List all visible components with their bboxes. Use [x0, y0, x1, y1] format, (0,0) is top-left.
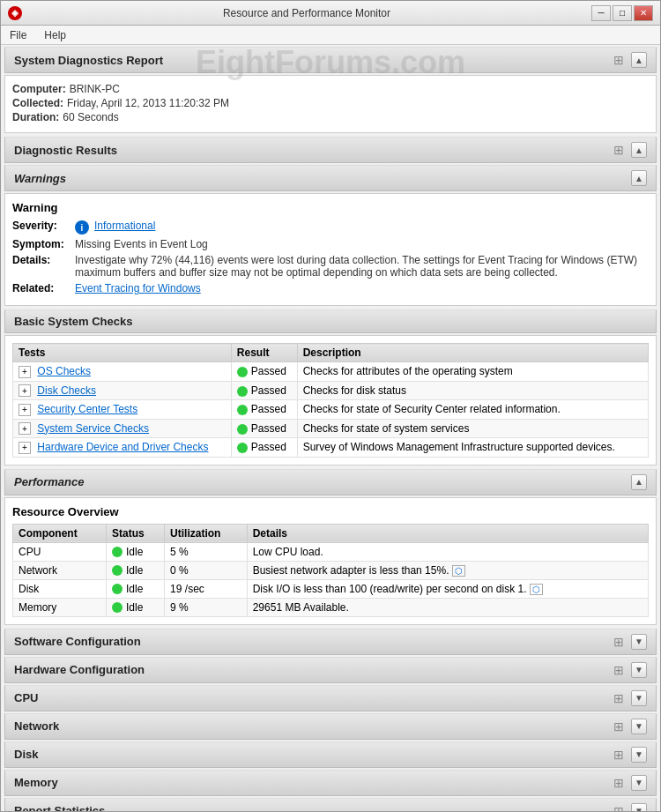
collected-label: Collected:: [12, 97, 63, 109]
title-bar: ◈ Resource and Performance Monitor ─ □ ✕: [1, 1, 660, 26]
collapsed-section: Hardware Configuration ⊞ ▼: [1, 657, 660, 683]
minimize-button[interactable]: ─: [591, 5, 611, 21]
related-value[interactable]: Event Tracing for Windows: [75, 282, 201, 294]
warnings-header[interactable]: Warnings ▲: [4, 165, 657, 191]
basic-checks-section: Basic System Checks Tests Result Descrip…: [1, 309, 660, 466]
test-link[interactable]: Disk Checks: [37, 384, 96, 397]
table-row: CPU Idle 5 % Low CPU load.: [13, 542, 649, 561]
grid-icon: ⊞: [613, 776, 624, 790]
basic-checks-title: Basic System Checks: [14, 315, 132, 328]
symptom-row: Symptom: Missing Events in Event Log: [12, 238, 649, 250]
basic-checks-content: Tests Result Description + OS Checks Pas…: [4, 335, 657, 466]
status-dot: [237, 424, 248, 435]
status-dot: [112, 584, 123, 594]
collapse-warnings[interactable]: ▲: [631, 170, 647, 186]
collapsed-section-header[interactable]: CPU ⊞ ▼: [4, 685, 657, 711]
duration-row: Duration: 60 Seconds: [12, 111, 649, 123]
details-value: Investigate why 72% (44,116) events were…: [75, 254, 649, 279]
component-cell: Network: [13, 561, 107, 579]
performance-header[interactable]: Performance ▲: [4, 469, 657, 495]
resource-overview-title: Resource Overview: [12, 505, 649, 518]
app-icon: ◈: [8, 6, 22, 20]
system-diagnostics-title: System Diagnostics Report: [14, 54, 163, 67]
description-cell: Survey of Windows Management Infrastruct…: [297, 438, 648, 458]
test-cell: + Hardware Device and Driver Checks: [13, 438, 232, 458]
table-row: Network Idle 0 % Busiest network adapter…: [13, 561, 649, 579]
collapsed-section: Memory ⊞ ▼: [1, 770, 660, 796]
collapsed-section-title: Disk: [14, 748, 38, 761]
computer-label: Computer:: [12, 83, 66, 95]
expand-icon[interactable]: +: [19, 366, 31, 378]
col-description: Description: [297, 344, 648, 362]
collapse-btn[interactable]: ▼: [631, 747, 647, 763]
test-link[interactable]: Security Center Tests: [37, 403, 137, 415]
table-row: + System Service Checks Passed Checks fo…: [13, 419, 649, 438]
collapse-performance[interactable]: ▲: [631, 474, 647, 490]
system-diagnostics-header[interactable]: System Diagnostics Report ⊞ ▲: [4, 47, 657, 73]
menu-file[interactable]: File: [6, 27, 30, 43]
diagnostic-results-header[interactable]: Diagnostic Results ⊞ ▲: [4, 137, 657, 163]
test-link[interactable]: System Service Checks: [37, 422, 149, 435]
grid-icon: ⊞: [613, 635, 624, 649]
menu-help[interactable]: Help: [41, 27, 70, 43]
collapse-btn[interactable]: ▼: [631, 690, 647, 706]
basic-checks-table: Tests Result Description + OS Checks Pas…: [12, 343, 649, 458]
details-cell: Disk I/O is less than 100 (read/write) p…: [247, 579, 648, 598]
expand-icon[interactable]: +: [19, 404, 31, 416]
collapsed-section: Disk ⊞ ▼: [1, 741, 660, 768]
collected-value: Friday, April 12, 2013 11:20:32 PM: [67, 97, 229, 109]
warning-title: Warning: [12, 201, 649, 214]
collapsed-section-header[interactable]: Memory ⊞ ▼: [4, 770, 657, 796]
collapse-btn[interactable]: ▼: [631, 803, 647, 813]
status-dot: [112, 547, 123, 557]
description-cell: Checks for state of Security Center rela…: [297, 400, 648, 420]
status-dot: [237, 405, 248, 415]
collapsed-section-header[interactable]: Disk ⊞ ▼: [4, 741, 657, 768]
collapse-btn[interactable]: ▼: [631, 634, 647, 650]
test-link[interactable]: OS Checks: [37, 365, 91, 377]
collapsed-section-header[interactable]: Software Configuration ⊞ ▼: [4, 629, 657, 655]
collapse-btn[interactable]: ▼: [631, 662, 647, 678]
collapse-btn[interactable]: ▼: [631, 719, 647, 734]
collapsed-section-header[interactable]: Hardware Configuration ⊞ ▼: [4, 657, 657, 683]
details-cell: Low CPU load.: [247, 542, 648, 561]
collapsed-section: Network ⊞ ▼: [1, 713, 660, 740]
collapse-diagres[interactable]: ▲: [631, 142, 647, 158]
menu-bar: File Help: [1, 26, 660, 45]
col-status: Status: [107, 524, 165, 542]
collapsed-section-header[interactable]: Network ⊞ ▼: [4, 713, 657, 740]
expand-icon[interactable]: +: [19, 384, 31, 397]
status-cell: Idle: [107, 579, 165, 598]
collapse-sysdiag[interactable]: ▲: [631, 52, 647, 68]
component-cell: CPU: [13, 542, 107, 561]
status-cell: Idle: [107, 561, 165, 579]
component-cell: Disk: [13, 579, 107, 598]
related-label: Related:: [12, 282, 70, 294]
collapsed-section-header[interactable]: Report Statistics ⊞ ▼: [4, 798, 657, 813]
diagnostic-results-title: Diagnostic Results: [14, 144, 117, 157]
col-result: Result: [231, 344, 297, 362]
test-link[interactable]: Hardware Device and Driver Checks: [37, 441, 208, 453]
main-content[interactable]: System Diagnostics Report ⊞ ▲ Computer: …: [1, 45, 660, 812]
col-utilization: Utilization: [165, 524, 248, 542]
close-button[interactable]: ✕: [634, 5, 653, 21]
expand-icon[interactable]: +: [19, 442, 31, 454]
severity-value[interactable]: Informational: [94, 220, 155, 235]
utilization-cell: 19 /sec: [165, 579, 248, 598]
grid-icon: ⊞: [613, 804, 624, 813]
severity-label: Severity:: [12, 220, 70, 235]
warning-content: Warning Severity: i Informational Sympto…: [4, 193, 657, 306]
severity-row: Severity: i Informational: [12, 220, 649, 235]
symptom-label: Symptom:: [12, 238, 70, 250]
expand-icon[interactable]: +: [19, 422, 31, 435]
grid-icon: ⊞: [613, 663, 624, 677]
grid-icon: ⊞: [613, 719, 624, 734]
maximize-button[interactable]: □: [613, 5, 632, 21]
collapsed-section: Software Configuration ⊞ ▼: [1, 629, 660, 655]
test-cell: + System Service Checks: [13, 419, 232, 438]
basic-checks-header[interactable]: Basic System Checks: [4, 309, 657, 333]
collapsed-section-title: Software Configuration: [14, 635, 141, 648]
result-cell: Passed: [231, 438, 297, 458]
utilization-cell: 5 %: [165, 542, 248, 561]
collapse-btn[interactable]: ▼: [631, 775, 647, 791]
